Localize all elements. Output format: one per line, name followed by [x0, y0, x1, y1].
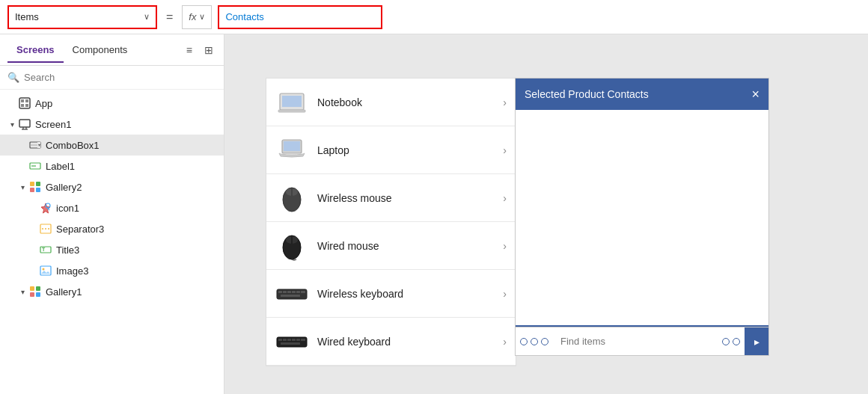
tree-item-combobox1[interactable]: ▾ ComboBox1 — [0, 135, 224, 156]
svg-rect-56 — [301, 339, 305, 341]
product-panel-header: Selected Product Contacts × — [516, 79, 768, 110]
gallery1-expand[interactable]: ▾ — [18, 287, 27, 296]
search-input[interactable] — [24, 72, 216, 83]
find-button[interactable]: ▸ — [745, 327, 768, 355]
svg-rect-48 — [301, 291, 305, 293]
laptop-image — [275, 134, 308, 167]
svg-rect-52 — [283, 339, 287, 341]
tree-item-gallery1-label: Gallery1 — [46, 286, 82, 298]
list-view-icon[interactable]: ≡ — [183, 43, 195, 58]
svg-rect-54 — [292, 339, 296, 341]
tree-item-title3[interactable]: T Title3 — [0, 239, 224, 260]
svg-rect-33 — [278, 110, 305, 112]
gallery-item-wmouse[interactable]: Wireless mouse › — [266, 174, 516, 222]
svg-rect-49 — [281, 295, 300, 297]
svg-rect-18 — [36, 188, 40, 192]
svg-rect-45 — [287, 291, 291, 293]
svg-rect-17 — [30, 188, 34, 192]
laptop-name: Laptop — [317, 144, 503, 156]
svg-rect-57 — [281, 342, 300, 345]
svg-rect-42 — [277, 289, 307, 299]
tree-item-gallery1[interactable]: ▾ Gallery1 — [0, 281, 224, 302]
image3-expand — [28, 266, 37, 275]
gallery-item-wdkeyboard[interactable]: Wired keyboard › — [266, 318, 516, 366]
svg-rect-2 — [25, 99, 28, 102]
title-icon: T — [39, 243, 52, 256]
tree-item-image3[interactable]: Image3 — [0, 260, 224, 281]
combobox1-expand — [18, 141, 27, 150]
tree-item-label1[interactable]: Label1 — [0, 156, 224, 176]
find-dot-right-2 — [733, 338, 740, 345]
wmouse-name: Wireless mouse — [317, 192, 503, 204]
wdmouse-image — [275, 230, 308, 262]
notebook-chevron: › — [503, 96, 507, 108]
find-dots-right — [718, 338, 745, 345]
canvas-area: Notebook › Laptop › Wireless mouse › — [224, 34, 868, 394]
product-panel-line — [516, 325, 768, 327]
find-dot-2 — [531, 338, 538, 345]
left-panel: Screens Components ≡ ⊞ 🔍 App — [0, 34, 224, 394]
wdmouse-chevron: › — [503, 240, 507, 252]
gallery1-icon — [28, 285, 42, 298]
tree-item-icon1-label: icon1 — [56, 203, 79, 214]
gallery-item-laptop[interactable]: Laptop › — [266, 126, 516, 174]
tree-item-app-label: App — [35, 98, 52, 109]
search-box: 🔍 — [0, 66, 224, 90]
tree-item-app[interactable]: App — [0, 93, 224, 114]
svg-rect-1 — [21, 99, 24, 102]
tree-item-label1-label: Label1 — [46, 161, 75, 172]
separator3-expand — [28, 224, 37, 233]
svg-rect-25 — [40, 266, 51, 275]
product-panel-close-button[interactable]: × — [751, 87, 760, 101]
gallery2-expand[interactable]: ▾ — [18, 182, 27, 191]
tree-item-screen1-label: Screen1 — [35, 119, 71, 130]
tree-item-screen1[interactable]: ▾ Screen1 — [0, 114, 224, 135]
svg-rect-28 — [36, 286, 40, 291]
wdkeyboard-chevron: › — [503, 336, 507, 348]
items-select[interactable]: Items ∨ — [7, 5, 157, 29]
tab-screens[interactable]: Screens — [7, 37, 64, 63]
screen-icon — [18, 117, 31, 131]
tree-item-gallery2[interactable]: ▾ Gallery2 — [0, 176, 224, 197]
tree-area: App ▾ Screen1 ▾ ComboBox1 — [0, 90, 224, 394]
product-panel-title: Selected Product Contacts — [525, 88, 649, 100]
svg-rect-44 — [283, 291, 287, 293]
fx-bar: fx ∨ — [182, 5, 212, 29]
gallery-item-notebook[interactable]: Notebook › — [266, 79, 516, 126]
find-dot-right-1 — [722, 338, 730, 345]
gallery-item-wkeyboard[interactable]: Wireless keyboard › — [266, 270, 516, 318]
formula-input[interactable] — [218, 5, 382, 29]
gallery-item-wdmouse[interactable]: Wired mouse › — [266, 222, 516, 270]
svg-text:▾: ▾ — [38, 143, 40, 147]
svg-rect-55 — [296, 339, 300, 341]
svg-rect-29 — [30, 292, 34, 297]
separator-icon — [39, 222, 52, 236]
svg-rect-35 — [284, 141, 300, 151]
wkeyboard-chevron: › — [503, 288, 507, 300]
tree-item-icon1[interactable]: icon1 — [0, 197, 224, 218]
find-bar: ▸ — [515, 327, 769, 356]
gallery-list: Notebook › Laptop › Wireless mouse › — [266, 78, 516, 366]
svg-rect-50 — [277, 337, 307, 347]
wdmouse-name: Wired mouse — [317, 240, 503, 252]
wmouse-image — [275, 182, 308, 215]
find-dot-1 — [520, 338, 528, 345]
product-panel-body — [516, 110, 768, 327]
app-expand — [7, 99, 16, 108]
tree-item-gallery2-label: Gallery2 — [46, 182, 82, 193]
wdkeyboard-image — [275, 325, 308, 358]
tab-components[interactable]: Components — [64, 37, 137, 63]
svg-rect-46 — [292, 291, 296, 293]
equals-sign: = — [163, 10, 176, 24]
tree-item-title3-label: Title3 — [56, 244, 79, 256]
svg-rect-47 — [296, 291, 300, 293]
find-input[interactable] — [553, 333, 718, 350]
svg-point-26 — [43, 268, 45, 271]
notebook-image — [275, 86, 308, 119]
fx-label: fx — [189, 11, 196, 22]
label-icon — [28, 159, 42, 173]
grid-view-icon[interactable]: ⊞ — [201, 43, 216, 58]
tree-item-separator3[interactable]: Separator3 — [0, 218, 224, 239]
app-icon — [18, 96, 31, 110]
screen1-expand[interactable]: ▾ — [7, 120, 16, 129]
